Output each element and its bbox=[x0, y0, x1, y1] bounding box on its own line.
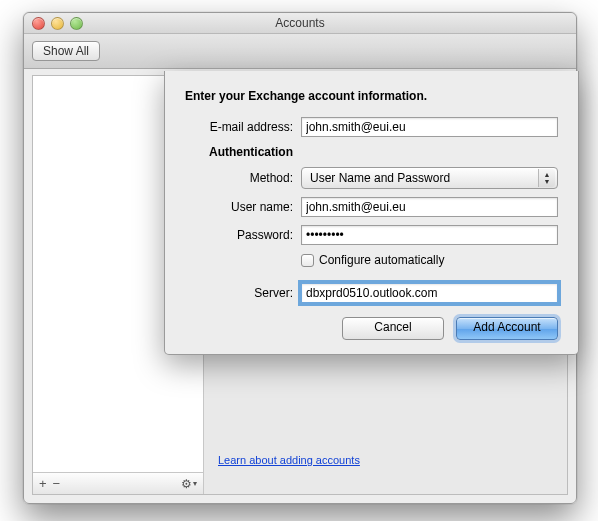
auth-section-label: Authentication bbox=[209, 145, 558, 159]
gear-icon: ⚙ bbox=[181, 477, 192, 491]
zoom-window-button[interactable] bbox=[70, 17, 83, 30]
exchange-account-sheet: Enter your Exchange account information.… bbox=[164, 71, 579, 355]
minimize-window-button[interactable] bbox=[51, 17, 64, 30]
remove-account-button[interactable]: − bbox=[53, 476, 61, 491]
configure-auto-label: Configure automatically bbox=[319, 253, 444, 267]
toolbar: Show All bbox=[24, 34, 576, 69]
username-row: User name: bbox=[185, 197, 558, 217]
method-value: User Name and Password bbox=[310, 171, 450, 185]
dialog-buttons: Cancel Add Account bbox=[185, 317, 558, 340]
configure-auto-checkbox[interactable] bbox=[301, 254, 314, 267]
server-input[interactable] bbox=[301, 283, 558, 303]
email-row: E-mail address: bbox=[185, 117, 558, 137]
traffic-lights bbox=[32, 17, 83, 30]
password-row: Password: bbox=[185, 225, 558, 245]
method-select[interactable]: User Name and Password ▲▼ bbox=[301, 167, 558, 189]
server-label: Server: bbox=[185, 286, 293, 300]
add-account-button[interactable]: + bbox=[39, 476, 47, 491]
cancel-button[interactable]: Cancel bbox=[342, 317, 444, 340]
window-title: Accounts bbox=[275, 16, 324, 30]
actions-menu-button[interactable]: ⚙ ▾ bbox=[181, 477, 197, 491]
sidebar-footer: + − ⚙ ▾ bbox=[33, 472, 203, 494]
titlebar: Accounts bbox=[24, 13, 576, 34]
method-row: Method: User Name and Password ▲▼ bbox=[185, 167, 558, 189]
email-label: E-mail address: bbox=[185, 120, 293, 134]
updown-arrows-icon: ▲▼ bbox=[538, 169, 555, 187]
add-account-button-primary[interactable]: Add Account bbox=[456, 317, 558, 340]
accounts-window: Accounts Show All + − ⚙ ▾ Add an Account… bbox=[23, 12, 577, 504]
show-all-button[interactable]: Show All bbox=[32, 41, 100, 61]
password-label: Password: bbox=[185, 228, 293, 242]
configure-auto-row: Configure automatically bbox=[301, 253, 558, 267]
username-input[interactable] bbox=[301, 197, 558, 217]
email-input[interactable] bbox=[301, 117, 558, 137]
learn-link[interactable]: Learn about adding accounts bbox=[218, 454, 360, 466]
close-window-button[interactable] bbox=[32, 17, 45, 30]
sheet-title: Enter your Exchange account information. bbox=[185, 89, 558, 103]
username-label: User name: bbox=[185, 200, 293, 214]
password-input[interactable] bbox=[301, 225, 558, 245]
chevron-down-icon: ▾ bbox=[193, 479, 197, 488]
method-label: Method: bbox=[185, 171, 293, 185]
server-row: Server: bbox=[185, 283, 558, 303]
